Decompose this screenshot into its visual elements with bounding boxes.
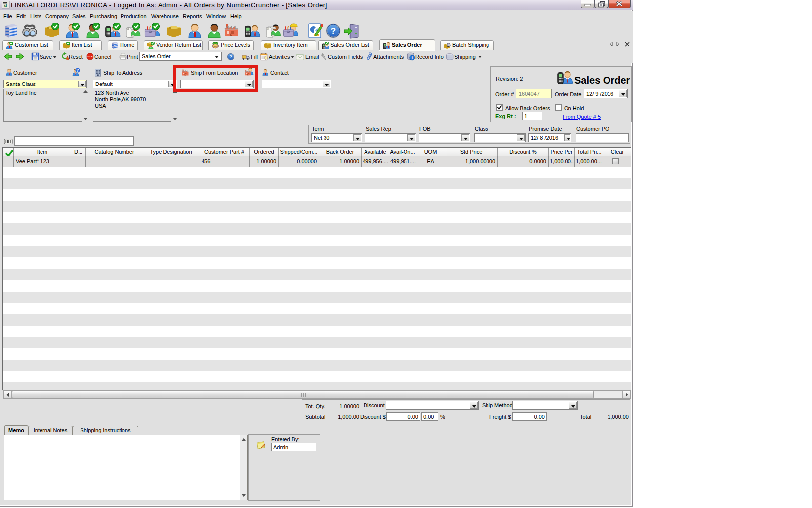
svg-text:?: ? (76, 68, 79, 73)
